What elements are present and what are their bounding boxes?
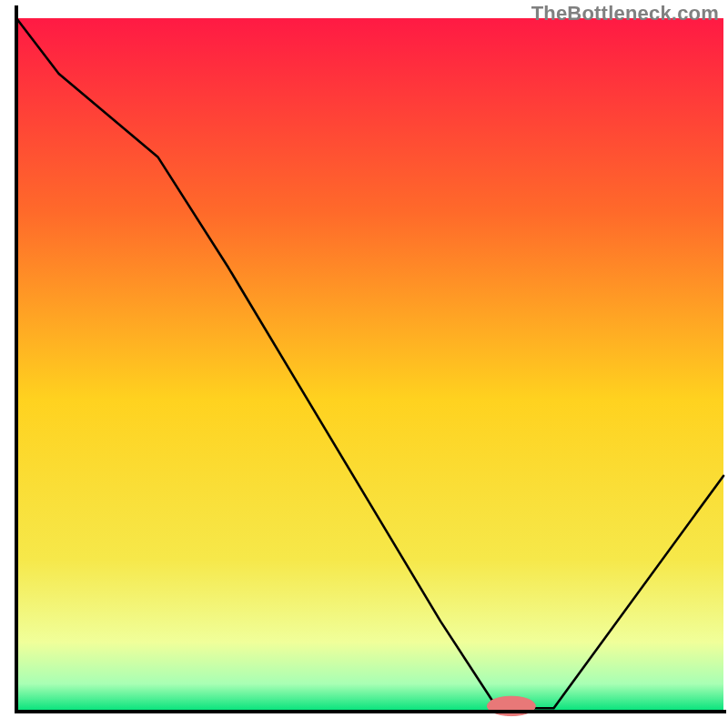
bottleneck-chart xyxy=(0,0,728,728)
plot-background xyxy=(16,18,723,712)
chart-container: TheBottleneck.com xyxy=(0,0,728,728)
watermark-text: TheBottleneck.com xyxy=(531,2,719,25)
